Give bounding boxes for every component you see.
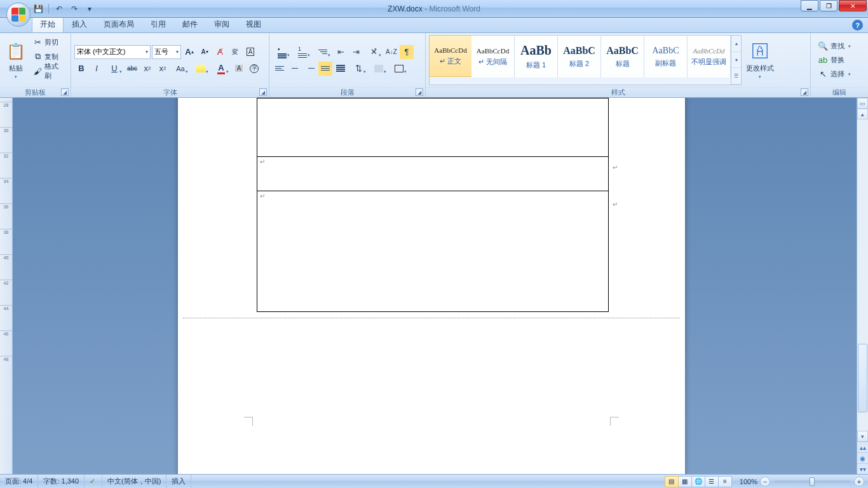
- full-screen-view-button[interactable]: ▦: [678, 476, 692, 487]
- separator: [48, 4, 49, 14]
- save-icon[interactable]: 💾: [32, 3, 44, 15]
- scroll-thumb[interactable]: [858, 344, 867, 412]
- font-family-combo[interactable]: 宋体 (中文正文)▾: [74, 45, 151, 59]
- highlight-button[interactable]: [191, 62, 210, 76]
- align-justify-button[interactable]: [318, 62, 332, 76]
- align-right-button[interactable]: [303, 62, 317, 76]
- multilevel-list-button[interactable]: [313, 45, 332, 59]
- change-case-button[interactable]: Aa: [171, 62, 190, 76]
- zoom-out-button[interactable]: −: [760, 477, 770, 487]
- language-indicator[interactable]: 中文(简体，中国): [102, 475, 166, 488]
- table[interactable]: ↵ ↵: [257, 98, 609, 312]
- browse-object-button[interactable]: ◉: [857, 452, 868, 463]
- font-size-combo[interactable]: 五号▾: [152, 45, 181, 59]
- tab-page-layout[interactable]: 页面布局: [95, 17, 142, 32]
- distributed-button[interactable]: [334, 62, 348, 76]
- help-icon[interactable]: ?: [852, 20, 863, 30]
- clear-formatting-button[interactable]: A̸: [213, 45, 227, 59]
- increase-indent-button[interactable]: ⇥: [349, 45, 363, 59]
- gallery-row-up-button[interactable]: ▴: [731, 36, 741, 52]
- close-button[interactable]: ✕: [839, 0, 867, 11]
- borders-button[interactable]: [390, 62, 409, 76]
- vertical-ruler[interactable]: 2830323436384042444648: [0, 98, 13, 474]
- character-shading-button[interactable]: A: [232, 62, 246, 76]
- paste-button[interactable]: 📋 粘贴 ▾: [3, 35, 28, 85]
- show-marks-button[interactable]: ¶: [400, 45, 414, 59]
- minimize-button[interactable]: ▁: [801, 0, 818, 11]
- maximize-button[interactable]: ❐: [820, 0, 837, 11]
- web-layout-view-button[interactable]: 🌐: [691, 476, 705, 487]
- shading-button[interactable]: [369, 62, 388, 76]
- scroll-up-button[interactable]: ▴: [857, 109, 868, 119]
- shrink-font-button[interactable]: A▾: [198, 45, 212, 59]
- tab-mailings[interactable]: 邮件: [174, 17, 206, 32]
- zoom-slider-handle[interactable]: [810, 477, 815, 486]
- select-button[interactable]: ↖选择▾: [814, 67, 865, 81]
- previous-page-button[interactable]: ▴▴: [857, 442, 868, 452]
- underline-button[interactable]: U: [105, 62, 124, 76]
- redo-icon[interactable]: ↷: [68, 3, 81, 15]
- scroll-down-button[interactable]: ▾: [857, 431, 868, 442]
- page-number-indicator[interactable]: 页面: 4/4: [0, 475, 38, 488]
- document-page[interactable]: ↵ ↵ ↵ ↵: [178, 98, 685, 474]
- grow-font-button[interactable]: A▴: [182, 45, 196, 59]
- scroll-track[interactable]: [857, 119, 868, 431]
- subscript-button[interactable]: x2: [140, 62, 154, 76]
- clipboard-dialog-launcher[interactable]: ◢: [61, 88, 69, 96]
- draft-view-button[interactable]: ≡: [718, 476, 732, 487]
- line-spacing-button[interactable]: ⇅: [349, 62, 368, 76]
- tab-review[interactable]: 审阅: [206, 17, 238, 32]
- style-item[interactable]: AaBbCcDd↵ 正文: [429, 35, 472, 77]
- word-count-indicator[interactable]: 字数: 1,340: [38, 475, 85, 488]
- paragraph-dialog-launcher[interactable]: ◢: [416, 88, 423, 96]
- format-painter-button[interactable]: 🖌格式刷: [30, 64, 67, 78]
- style-item[interactable]: AaBbC副标题: [644, 36, 688, 78]
- gallery-row-down-button[interactable]: ▾: [731, 52, 741, 69]
- bold-button[interactable]: B: [74, 62, 88, 76]
- zoom-level[interactable]: 100%: [737, 478, 760, 485]
- styles-dialog-launcher[interactable]: ◢: [801, 88, 808, 96]
- insert-mode-indicator[interactable]: 插入: [166, 475, 191, 488]
- strikethrough-button[interactable]: abc: [125, 62, 139, 76]
- character-border-button[interactable]: A: [243, 45, 257, 59]
- outline-view-button[interactable]: ☰: [705, 476, 719, 487]
- qat-customize-icon[interactable]: ▾: [83, 3, 96, 15]
- find-button[interactable]: 🔍查找▾: [814, 39, 865, 53]
- style-item[interactable]: AaBb标题 1: [515, 36, 558, 78]
- font-color-button[interactable]: A: [212, 62, 231, 76]
- decrease-indent-button[interactable]: ⇤: [334, 45, 348, 59]
- document-area[interactable]: ↵ ↵ ↵ ↵: [13, 98, 857, 474]
- cut-button[interactable]: ✂剪切: [30, 35, 67, 49]
- numbering-button[interactable]: [293, 45, 312, 59]
- align-center-button[interactable]: [288, 62, 302, 76]
- replace-button[interactable]: ab替换: [814, 53, 865, 67]
- gallery-expand-button[interactable]: ☰: [731, 68, 741, 85]
- align-left-button[interactable]: [273, 62, 287, 76]
- zoom-slider[interactable]: [774, 480, 850, 483]
- style-item[interactable]: AaBbCcDd不明显强调: [688, 36, 731, 78]
- superscript-button[interactable]: x2: [156, 62, 170, 76]
- office-button[interactable]: [6, 3, 31, 27]
- bullets-button[interactable]: [273, 45, 292, 59]
- next-page-button[interactable]: ▾▾: [857, 463, 868, 474]
- undo-icon[interactable]: ↶: [53, 3, 65, 15]
- sort-button[interactable]: A↓Z: [384, 45, 398, 59]
- change-styles-button[interactable]: 🄰 更改样式 ▾: [743, 35, 776, 85]
- enclose-characters-button[interactable]: 字: [247, 62, 261, 76]
- tab-references[interactable]: 引用: [142, 17, 174, 32]
- tab-home[interactable]: 开始: [32, 17, 64, 32]
- style-item[interactable]: AaBbC标题: [601, 36, 644, 78]
- tab-view[interactable]: 视图: [238, 17, 269, 32]
- zoom-in-button[interactable]: +: [854, 477, 864, 487]
- style-item[interactable]: AaBbC标题 2: [558, 36, 601, 78]
- asian-layout-button[interactable]: ✕̂: [364, 45, 383, 59]
- font-dialog-launcher[interactable]: ◢: [259, 88, 267, 96]
- vertical-scrollbar[interactable]: ▭ ▴ ▾ ▴▴ ◉ ▾▾: [857, 98, 868, 474]
- italic-button[interactable]: I: [90, 62, 104, 76]
- print-layout-view-button[interactable]: ▤: [665, 476, 679, 487]
- phonetic-guide-button[interactable]: 変: [228, 45, 242, 59]
- style-item[interactable]: AaBbCcDd↵ 无间隔: [471, 36, 515, 78]
- ruler-toggle-button[interactable]: ▭: [857, 98, 868, 109]
- proofing-indicator[interactable]: ✓: [85, 475, 102, 488]
- tab-insert[interactable]: 插入: [64, 17, 95, 32]
